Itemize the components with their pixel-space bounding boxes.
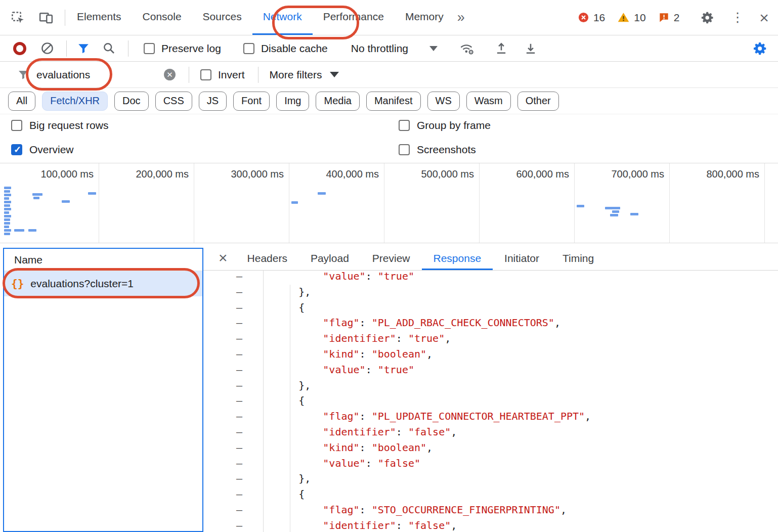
inspect-element-icon[interactable] — [10, 10, 25, 25]
issues-icon[interactable] — [658, 12, 670, 23]
export-har-icon[interactable] — [524, 41, 538, 56]
warning-icon[interactable] — [617, 11, 630, 24]
timeline-request-bar[interactable] — [4, 190, 10, 193]
timeline-request-bar[interactable] — [88, 192, 96, 195]
fold-marker[interactable]: – — [203, 440, 263, 456]
chip-doc[interactable]: Doc — [114, 92, 149, 111]
timeline-request-bar[interactable] — [291, 201, 298, 204]
more-tabs-icon[interactable]: » — [457, 10, 465, 25]
screenshots-checkbox[interactable]: Screenshots — [399, 144, 476, 156]
checkbox-checked[interactable] — [11, 144, 22, 155]
request-row[interactable]: {}evaluations?cluster=1 — [4, 271, 202, 296]
fold-marker[interactable]: – — [203, 471, 263, 486]
tab-timing[interactable]: Timing — [551, 248, 606, 270]
close-devtools-icon[interactable]: × — [759, 10, 769, 26]
disable-cache-checkbox[interactable]: Disable cache — [243, 42, 328, 55]
timeline-request-bar[interactable] — [612, 210, 619, 213]
more-filters-arrow-icon[interactable] — [330, 72, 339, 77]
invert-checkbox[interactable]: Invert — [200, 69, 245, 81]
fold-marker[interactable]: – — [203, 271, 263, 284]
timeline-request-bar[interactable] — [605, 207, 620, 209]
tab-headers[interactable]: Headers — [236, 248, 299, 270]
timeline-request-bar[interactable] — [4, 233, 10, 235]
timeline-request-bar[interactable] — [630, 213, 638, 215]
checkbox[interactable] — [399, 144, 410, 155]
timeline-request-bar[interactable] — [4, 215, 11, 217]
timeline-overview[interactable]: 100,000 ms200,000 ms300,000 ms400,000 ms… — [0, 163, 778, 243]
timeline-request-bar[interactable] — [4, 194, 11, 196]
chip-manifest[interactable]: Manifest — [366, 92, 421, 111]
fold-marker[interactable]: – — [203, 346, 263, 362]
network-settings-gear-icon[interactable] — [753, 41, 768, 56]
fold-marker[interactable]: – — [203, 502, 263, 518]
timeline-request-bar[interactable] — [4, 208, 11, 210]
fold-marker[interactable]: – — [203, 284, 263, 300]
fold-marker[interactable]: – — [203, 456, 263, 471]
checkbox[interactable] — [200, 69, 211, 80]
timeline-request-bar[interactable] — [4, 204, 10, 207]
chip-wasm[interactable]: Wasm — [466, 92, 511, 111]
tab-elements[interactable]: Elements — [66, 0, 132, 35]
throttling-select[interactable]: No throttling — [351, 42, 408, 55]
timeline-request-bar[interactable] — [577, 205, 584, 207]
tab-network[interactable]: Network — [252, 0, 313, 35]
timeline-request-bar[interactable] — [62, 200, 70, 203]
tab-sources[interactable]: Sources — [192, 0, 252, 35]
tab-console[interactable]: Console — [132, 0, 192, 35]
tab-performance[interactable]: Performance — [313, 0, 395, 35]
close-request-icon[interactable]: × — [219, 250, 228, 265]
response-viewer[interactable]: ––––––––––––––––– "value": "true" }, { "… — [203, 271, 778, 532]
timeline-request-bar[interactable] — [4, 218, 10, 221]
chip-css[interactable]: CSS — [155, 92, 192, 111]
chip-js[interactable]: JS — [199, 92, 227, 111]
timeline-request-bar[interactable] — [610, 214, 618, 216]
timeline-request-bar[interactable] — [4, 211, 9, 214]
checkbox[interactable] — [399, 120, 410, 131]
fold-marker[interactable]: – — [203, 393, 263, 409]
timeline-request-bar[interactable] — [32, 193, 42, 196]
name-column-header[interactable]: Name — [4, 249, 202, 271]
chip-other[interactable]: Other — [517, 92, 559, 111]
filter-input[interactable] — [36, 69, 164, 81]
timeline-request-bar[interactable] — [14, 229, 24, 232]
fold-marker[interactable]: – — [203, 424, 263, 440]
timeline-request-bar[interactable] — [4, 222, 10, 225]
tab-initiator[interactable]: Initiator — [493, 248, 551, 270]
chip-ws[interactable]: WS — [427, 92, 460, 111]
group-by-frame-checkbox[interactable]: Group by frame — [399, 119, 491, 131]
overview-checkbox[interactable]: Overview — [11, 144, 74, 156]
search-icon[interactable] — [102, 41, 116, 55]
timeline-request-bar[interactable] — [4, 229, 11, 232]
clear-network-log-icon[interactable] — [40, 41, 54, 55]
timeline-request-bar[interactable] — [4, 187, 11, 189]
throttling-dropdown-arrow[interactable] — [429, 46, 438, 51]
tab-preview[interactable]: Preview — [361, 248, 422, 270]
checkbox[interactable] — [11, 120, 22, 131]
timeline-request-bar[interactable] — [4, 226, 9, 228]
preserve-log-checkbox[interactable]: Preserve log — [144, 42, 221, 55]
fold-marker[interactable]: – — [203, 518, 263, 532]
network-conditions-icon[interactable] — [459, 41, 475, 56]
fold-marker[interactable]: – — [203, 378, 263, 393]
chip-font[interactable]: Font — [233, 92, 270, 111]
timeline-request-bar[interactable] — [4, 197, 9, 200]
big-request-rows-checkbox[interactable]: Big request rows — [11, 119, 108, 131]
filter-icon[interactable] — [77, 42, 90, 55]
chip-img[interactable]: Img — [276, 92, 309, 111]
fold-marker[interactable]: – — [203, 315, 263, 331]
fold-marker[interactable]: – — [203, 362, 263, 378]
fold-marker[interactable]: – — [203, 486, 263, 502]
timeline-request-bar[interactable] — [33, 197, 39, 199]
timeline-request-bar[interactable] — [28, 229, 36, 232]
tab-memory[interactable]: Memory — [395, 0, 454, 35]
tab-payload[interactable]: Payload — [299, 248, 361, 270]
timeline-request-bar[interactable] — [4, 201, 11, 203]
kebab-menu-icon[interactable]: ⋮ — [731, 10, 744, 25]
record-icon[interactable] — [13, 42, 26, 55]
chip-media[interactable]: Media — [316, 92, 359, 111]
device-toolbar-icon[interactable] — [38, 10, 54, 25]
fold-marker[interactable]: – — [203, 331, 263, 346]
tab-response[interactable]: Response — [422, 248, 493, 270]
checkbox[interactable] — [243, 43, 254, 54]
import-har-icon[interactable] — [494, 41, 508, 56]
